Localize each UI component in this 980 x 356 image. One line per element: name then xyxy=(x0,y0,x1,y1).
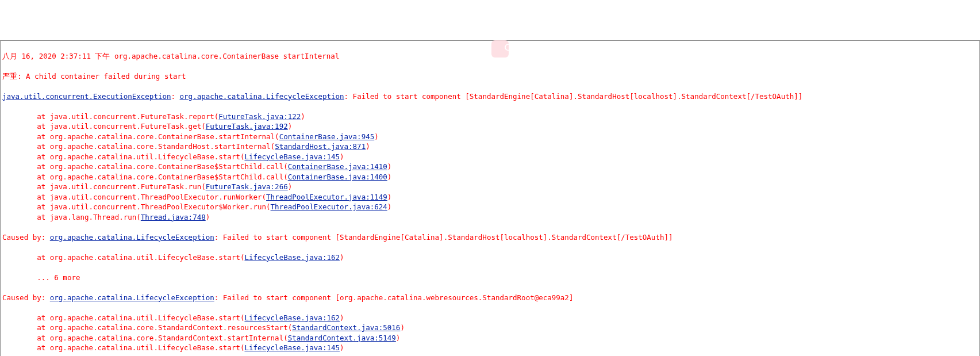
frame-method: at org.apache.catalina.core.ContainerBas… xyxy=(37,162,288,171)
source-link[interactable]: ContainerBase.java:945 xyxy=(279,132,375,141)
source-link[interactable]: LifecycleBase.java:162 xyxy=(244,313,340,322)
source-link[interactable]: StandardContext.java:5016 xyxy=(292,323,400,332)
frame-method: at org.apache.catalina.core.StandardCont… xyxy=(37,323,292,332)
source-link[interactable]: FutureTask.java:266 xyxy=(206,182,288,191)
stack-frame: at java.util.concurrent.ThreadPoolExecut… xyxy=(2,192,978,202)
frame-method: at java.util.concurrent.FutureTask.get( xyxy=(37,122,206,131)
source-link[interactable]: StandardContext.java:5149 xyxy=(288,334,396,342)
stack-frame: at java.lang.Thread.run(Thread.java:748) xyxy=(2,212,978,223)
svg-point-0 xyxy=(505,44,512,51)
frame-method: at org.apache.catalina.core.StandardHost… xyxy=(37,142,275,151)
source-link[interactable]: StandardHost.java:871 xyxy=(275,142,366,151)
frame-method: at org.apache.catalina.core.ContainerBas… xyxy=(37,173,288,181)
source-link[interactable]: FutureTask.java:192 xyxy=(206,122,288,131)
frame-method: at org.apache.catalina.util.LifecycleBas… xyxy=(37,253,244,262)
stack-frame: at org.apache.catalina.core.ContainerBas… xyxy=(2,172,978,182)
frame-method: at java.util.concurrent.ThreadPoolExecut… xyxy=(37,193,266,201)
frame-method: at org.apache.catalina.util.LifecycleBas… xyxy=(37,152,244,161)
source-link[interactable]: ContainerBase.java:1400 xyxy=(288,173,387,181)
stacktrace-block: at org.apache.catalina.util.LifecycleBas… xyxy=(2,313,978,353)
svg-line-1 xyxy=(510,49,512,51)
frame-method: at org.apache.catalina.util.LifecycleBas… xyxy=(37,343,244,352)
stack-frame: at org.apache.catalina.core.ContainerBas… xyxy=(2,132,978,142)
frame-method: at java.util.concurrent.FutureTask.repor… xyxy=(37,112,218,121)
stack-frame: at java.util.concurrent.FutureTask.run(F… xyxy=(2,182,978,192)
source-link[interactable]: FutureTask.java:122 xyxy=(218,112,301,121)
caused-by: Caused by: org.apache.catalina.Lifecycle… xyxy=(2,293,978,303)
stack-frame: at org.apache.catalina.util.LifecycleBas… xyxy=(2,152,978,162)
caused-by: Caused by: org.apache.catalina.Lifecycle… xyxy=(2,232,978,243)
source-link[interactable]: ThreadPoolExecutor.java:624 xyxy=(271,202,387,211)
exception-header: java.util.concurrent.ExecutionException:… xyxy=(2,91,978,102)
stack-frame: at org.apache.catalina.util.LifecycleBas… xyxy=(2,252,978,263)
frame-method: at java.lang.Thread.run( xyxy=(37,213,141,221)
frame-method: at org.apache.catalina.core.StandardCont… xyxy=(37,334,288,342)
stack-frame: at java.util.concurrent.FutureTask.repor… xyxy=(2,112,978,122)
source-link[interactable]: LifecycleBase.java:145 xyxy=(244,343,340,352)
search-button[interactable] xyxy=(491,40,509,58)
exception-class-link[interactable]: org.apache.catalina.LifecycleException xyxy=(50,233,214,242)
stack-frame: at org.apache.catalina.util.LifecycleBas… xyxy=(2,343,978,353)
source-link[interactable]: LifecycleBase.java:162 xyxy=(244,253,340,262)
frame-method: at org.apache.catalina.util.LifecycleBas… xyxy=(37,313,244,322)
search-icon xyxy=(486,32,514,66)
log-severity: 严重: A child container failed during star… xyxy=(2,71,978,82)
exception-cause-link[interactable]: org.apache.catalina.LifecycleException xyxy=(180,92,344,101)
stacktrace-block: at java.util.concurrent.FutureTask.repor… xyxy=(2,112,978,223)
console-output: 八月 16, 2020 2:37:11 下午 org.apache.catali… xyxy=(0,40,980,356)
source-link[interactable]: ContainerBase.java:1410 xyxy=(288,162,387,171)
more-frames: ... 6 more xyxy=(2,273,978,283)
exception-class-link[interactable]: java.util.concurrent.ExecutionException xyxy=(2,92,171,101)
stack-frame: at org.apache.catalina.util.LifecycleBas… xyxy=(2,313,978,323)
stack-frame: at org.apache.catalina.core.ContainerBas… xyxy=(2,162,978,172)
exception-class-link[interactable]: org.apache.catalina.LifecycleException xyxy=(50,293,214,302)
stack-frame: at org.apache.catalina.core.StandardHost… xyxy=(2,141,978,152)
stack-frame: at java.util.concurrent.FutureTask.get(F… xyxy=(2,121,978,132)
source-link[interactable]: Thread.java:748 xyxy=(141,213,206,221)
source-link[interactable]: ThreadPoolExecutor.java:1149 xyxy=(266,193,387,201)
source-link[interactable]: LifecycleBase.java:145 xyxy=(244,152,340,161)
frame-method: at java.util.concurrent.FutureTask.run( xyxy=(37,182,206,191)
stack-frame: at org.apache.catalina.core.StandardCont… xyxy=(2,323,978,333)
stack-frame: at java.util.concurrent.ThreadPoolExecut… xyxy=(2,202,978,212)
frame-method: at org.apache.catalina.core.ContainerBas… xyxy=(37,132,279,141)
frame-method: at java.util.concurrent.ThreadPoolExecut… xyxy=(37,202,270,211)
stack-frame: at org.apache.catalina.core.StandardCont… xyxy=(2,333,978,343)
stacktrace-block: at org.apache.catalina.util.LifecycleBas… xyxy=(2,252,978,263)
